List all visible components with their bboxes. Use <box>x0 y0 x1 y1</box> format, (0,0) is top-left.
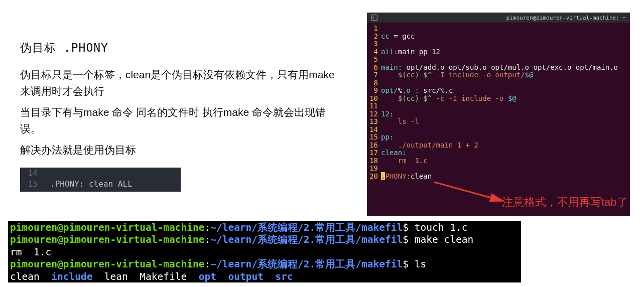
snippet-box: 14 15 .PHONY: clean ALL <box>20 168 181 192</box>
terminal-icon <box>371 14 378 21</box>
explanation-column: 伪目标 .PHONY 伪目标只是一个标签，clean是个伪目标没有依赖文件，只有… <box>20 40 341 192</box>
paragraph-1: 伪目标只是一个标签，clean是个伪目标没有依赖文件，只有用make来调用时才会… <box>20 67 341 99</box>
editor-body: 1 2cc = gcc 3 4all:main pp 12 5 6main: o… <box>367 23 630 180</box>
snippet-line-14: 14 <box>20 168 181 179</box>
snippet-line-15: 15 .PHONY: clean ALL <box>20 179 181 190</box>
paragraph-3: 解决办法就是使用伪目标 <box>20 142 341 159</box>
svg-line-1 <box>434 182 502 201</box>
snippet-lineno-14: 14 <box>20 168 44 179</box>
snippet-lineno-15: 15 <box>20 179 44 190</box>
red-annotation: 注意格式，不用再写tab了 <box>502 195 628 210</box>
editor-titlebar-text: pimouren@pimouren-virtual-machine: ~ <box>506 15 626 21</box>
terminal-output: pimouren@pimouren-virtual-machine:~/lear… <box>8 221 521 282</box>
snippet-text-15: .PHONY: clean ALL <box>44 179 133 190</box>
paragraph-2: 当目录下有与make 命令 同名的文件时 执行make 命令就会出现错误。 <box>20 104 341 137</box>
editor-titlebar: pimouren@pimouren-virtual-machine: ~ <box>367 13 630 23</box>
arrow-icon <box>432 180 512 210</box>
section-title: 伪目标 .PHONY <box>20 40 341 56</box>
svg-rect-0 <box>372 15 377 21</box>
